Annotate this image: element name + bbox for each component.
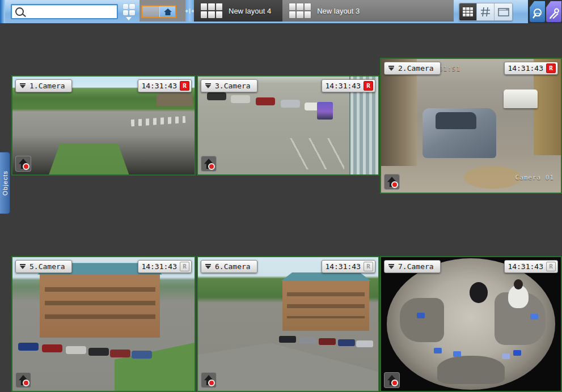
cell-selector-control[interactable]	[141, 5, 176, 18]
video-decoration	[115, 343, 195, 391]
timestamp-badge: 14:31:43 R	[138, 79, 192, 92]
search-panel-button[interactable]	[530, 1, 545, 22]
tab-new-layout-3[interactable]: New layout 3	[282, 0, 371, 22]
camera-tile-6[interactable]: 6.Camera 14:31:43 R	[197, 256, 379, 392]
camera-time: 14:31:43	[140, 262, 178, 271]
camera-tile-3[interactable]: 3.Camera 14:31:43 R	[197, 75, 379, 176]
record-indicator: R	[546, 262, 556, 271]
camera-tile-5[interactable]: 5.Camera 14:31:43 R	[11, 256, 196, 392]
record-dot-icon	[208, 380, 215, 386]
camera-name-button[interactable]: 7.Camera	[384, 260, 441, 273]
chevron-down-icon	[126, 17, 132, 20]
camera-tile-7[interactable]: 7.Camera 14:31:43 R	[380, 256, 562, 392]
archive-button[interactable]	[15, 372, 31, 388]
camera-name-button[interactable]: 3.Camera	[201, 79, 257, 92]
camera-video	[198, 257, 378, 391]
video-decoration	[422, 108, 496, 157]
archive-button[interactable]	[15, 156, 31, 172]
video-decoration	[130, 116, 185, 126]
toolbar-corner	[528, 0, 562, 23]
grid-2x2-icon	[123, 4, 135, 15]
archive-button[interactable]	[201, 372, 217, 388]
camera-search-box[interactable]	[11, 4, 118, 19]
layout-grid-dropdown-button[interactable]	[120, 2, 138, 22]
layout-3x2-icon	[201, 3, 222, 18]
record-indicator: R	[180, 81, 189, 91]
collapse-icon	[205, 83, 211, 88]
collapse-icon	[20, 264, 26, 269]
search-camera-icon	[532, 8, 543, 19]
record-indicator: R	[546, 63, 556, 73]
archive-button[interactable]	[384, 174, 400, 190]
video-decoration	[49, 143, 129, 174]
settings-button[interactable]	[546, 1, 561, 22]
camera-name-button[interactable]: 2.Camera	[384, 62, 441, 75]
search-input[interactable]	[26, 5, 129, 18]
grid-lines-icon	[480, 7, 491, 17]
timestamp-badge: 14:31:43 R	[504, 260, 558, 273]
objects-panel-tab[interactable]: Objects	[0, 152, 10, 214]
collapse-icon	[20, 83, 26, 88]
layout-tab-bar: New layout 4 New layout 3	[194, 0, 454, 22]
video-surveillance-app: +|+ New layout 4 New layout 3	[0, 0, 562, 392]
archive-button[interactable]	[384, 372, 400, 388]
panel-splitter-handle[interactable]: +|+	[185, 0, 194, 22]
camera-name: 6.Camera	[215, 262, 251, 271]
camera-name: 7.Camera	[398, 262, 434, 271]
tab-label: New layout 3	[317, 7, 360, 15]
camera-time: 14:31:43	[140, 82, 178, 90]
home-cell[interactable]	[160, 6, 175, 17]
camera-tile-2[interactable]: 01:51 Camera 01 2.Camera 14:31:43 R	[380, 58, 562, 194]
camera-time: 14:31:43	[324, 82, 362, 90]
grid-view-button[interactable]	[459, 3, 477, 20]
camera-time: 14:31:43	[506, 262, 544, 271]
timestamp-badge: 14:31:43 R	[322, 260, 375, 273]
video-decoration	[437, 356, 505, 385]
video-decoration	[504, 90, 538, 108]
single-window-view-button[interactable]	[495, 3, 512, 20]
tab-new-layout-4[interactable]: New layout 4	[194, 0, 282, 22]
video-decoration	[400, 298, 443, 343]
camera-name-button[interactable]: 1.Camera	[15, 79, 72, 92]
grid-lines-view-button[interactable]	[477, 3, 495, 20]
camera-name: 3.Camera	[215, 82, 251, 90]
wrench-icon	[548, 8, 560, 19]
camera-time: 14:31:43	[506, 64, 544, 73]
camera-time: 14:31:43	[324, 262, 362, 271]
timestamp-badge: 14:31:43 R	[138, 260, 192, 273]
archive-button[interactable]	[201, 156, 217, 172]
camera-name-button[interactable]: 5.Camera	[15, 260, 72, 273]
tab-label: New layout 4	[229, 7, 271, 15]
video-decoration	[282, 280, 369, 331]
grid-3x3-icon	[463, 7, 474, 16]
collapse-icon	[388, 264, 394, 269]
timestamp-badge: 14:31:43 R	[322, 79, 375, 92]
video-decoration	[279, 336, 296, 343]
camera-osd-time: 01:51	[439, 65, 460, 73]
objects-panel-label: Objects	[2, 171, 9, 195]
layout-viewport: Objects 1.Camera 14:31:43 R	[0, 23, 562, 392]
video-decoration	[470, 282, 488, 303]
fisheye-view	[387, 258, 556, 389]
layout-3x2-icon	[289, 3, 311, 18]
record-dot-icon	[391, 181, 398, 188]
camera-name-button[interactable]: 6.Camera	[201, 260, 257, 273]
camera-video	[12, 257, 195, 391]
camera-tile-1[interactable]: 1.Camera 14:31:43 R	[11, 75, 196, 176]
window-icon	[498, 8, 509, 16]
camera-name: 5.Camera	[29, 262, 65, 271]
video-decoration	[317, 102, 333, 120]
video-decoration	[18, 343, 39, 351]
layout-cell-panel	[140, 0, 185, 22]
cell-preview[interactable]	[142, 6, 160, 17]
window-edge-strip	[0, 0, 5, 23]
video-decoration	[198, 343, 378, 391]
video-decoration	[290, 138, 344, 169]
record-indicator: R	[364, 262, 373, 271]
record-indicator: R	[364, 81, 373, 91]
top-toolbar: +|+ New layout 4 New layout 3	[0, 0, 562, 23]
video-decoration	[464, 166, 521, 189]
video-decoration	[381, 59, 417, 166]
record-dot-icon	[23, 163, 29, 170]
record-indicator: R	[180, 262, 189, 271]
